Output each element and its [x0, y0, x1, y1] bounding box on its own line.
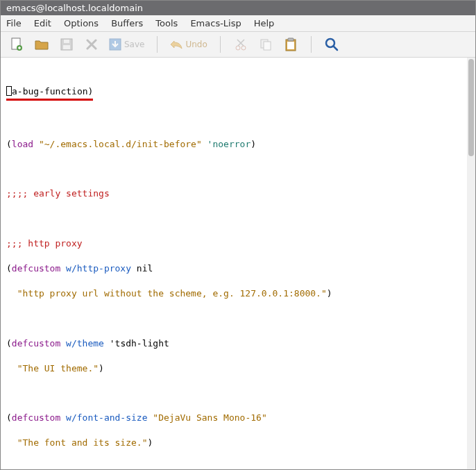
menu-tools[interactable]: Tools	[155, 18, 178, 28]
code-line	[6, 212, 470, 225]
code-line: (defcustom w/font-and-size "DejaVu Sans …	[6, 412, 470, 424]
menu-emacs-lisp[interactable]: Emacs-Lisp	[190, 18, 241, 28]
code-line: (defcustom w/theme 'tsdh-light	[6, 337, 470, 350]
save-button[interactable]: Save	[109, 37, 144, 52]
save-label: Save	[124, 40, 144, 49]
toolbar-separator-2	[220, 36, 221, 53]
svg-rect-11	[288, 38, 294, 41]
menu-help[interactable]: Help	[254, 18, 275, 28]
paste-icon[interactable]	[283, 37, 298, 52]
undo-button[interactable]: Undo	[170, 37, 207, 52]
menu-edit[interactable]: Edit	[34, 18, 51, 28]
code-line	[6, 387, 470, 399]
toolbar-separator	[157, 36, 158, 53]
close-icon[interactable]	[84, 37, 99, 52]
svg-rect-9	[264, 42, 271, 50]
new-file-icon[interactable]	[9, 37, 24, 52]
toolbar-separator-3	[311, 36, 312, 53]
window-title-text: emacs@localhost.localdomain	[6, 3, 143, 13]
menu-file[interactable]: File	[6, 18, 22, 28]
code-line: a-bug-function)	[6, 85, 470, 101]
scroll-thumb-upper[interactable]	[468, 59, 474, 156]
menu-buffers[interactable]: Buffers	[111, 18, 143, 28]
save-disk-icon[interactable]	[59, 37, 74, 52]
scrollbar-upper[interactable]	[467, 58, 475, 469]
code-line	[6, 462, 470, 469]
menu-bar: File Edit Options Buffers Tools Emacs-Li…	[1, 15, 475, 32]
svg-point-7	[241, 46, 246, 50]
open-folder-icon[interactable]	[34, 37, 49, 52]
window-titlebar: emacs@localhost.localdomain	[1, 1, 475, 15]
svg-rect-12	[287, 42, 294, 49]
buffer-init-el[interactable]: a-bug-function) (load "~/.emacs.local.d/…	[1, 58, 475, 469]
tool-bar: Save Undo	[1, 32, 475, 58]
code-line: (defcustom w/http-proxy nil	[6, 262, 470, 275]
code-line	[6, 113, 470, 126]
code-line	[6, 163, 470, 176]
code-line: ;;;; early settings	[6, 187, 470, 200]
search-icon[interactable]	[324, 37, 339, 52]
undo-label: Undo	[185, 40, 207, 49]
cut-icon[interactable]	[233, 37, 248, 52]
copy-icon[interactable]	[258, 37, 273, 52]
code-line	[6, 312, 470, 325]
svg-rect-3	[63, 45, 70, 49]
code-line: "The UI theme.")	[6, 362, 470, 375]
code-line: (load "~/.emacs.local.d/init-before" 'no…	[6, 138, 470, 151]
code-line: "http proxy url without the scheme, e.g.…	[6, 287, 470, 300]
code-line: ;;; http proxy	[6, 237, 470, 250]
svg-rect-4	[64, 40, 69, 43]
menu-options[interactable]: Options	[64, 18, 99, 28]
code-line: "The font and its size.")	[6, 437, 470, 449]
svg-point-6	[236, 46, 240, 50]
